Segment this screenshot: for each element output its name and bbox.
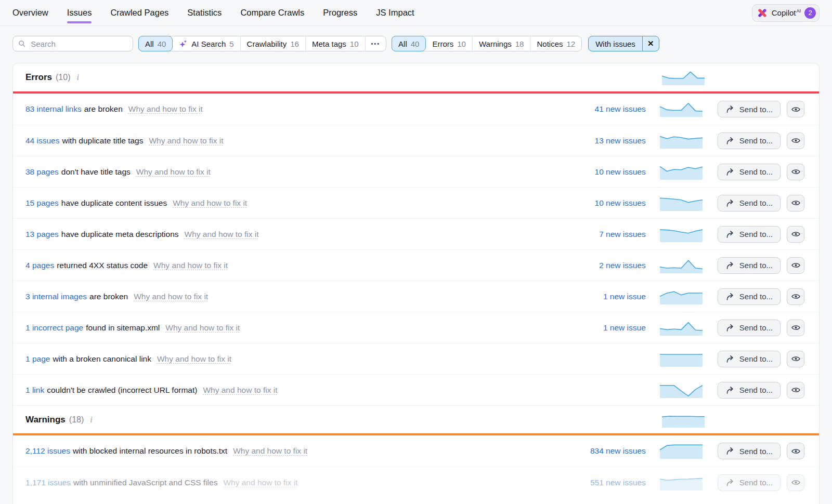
issue-count-link[interactable]: 1 incorrect page <box>25 323 83 332</box>
tab-progress[interactable]: Progress <box>323 1 357 25</box>
filter-errors[interactable]: Errors10 <box>425 36 472 51</box>
why-and-how-to-fix-link[interactable]: Why and how to fix it <box>128 104 203 113</box>
issue-row: 1 linkcouldn't be crawled (incorrect URL… <box>13 374 819 405</box>
issue-count-link[interactable]: 13 pages <box>25 230 59 238</box>
new-issues-link[interactable]: 41 new issues <box>557 104 646 114</box>
new-issues-link[interactable]: 1 new issue <box>557 292 646 301</box>
trend-sparkline <box>659 289 703 304</box>
why-and-how-to-fix-link[interactable]: Why and how to fix it <box>149 136 223 145</box>
send-to-button[interactable]: Send to... <box>718 320 781 336</box>
filter-ai-search[interactable]: AI Search5 <box>172 36 240 51</box>
send-to-button[interactable]: Send to... <box>718 474 781 491</box>
issue-description: 2,112 issueswith blocked internal resour… <box>25 446 557 456</box>
why-and-how-to-fix-link[interactable]: Why and how to fix it <box>134 292 208 301</box>
tab-statistics[interactable]: Statistics <box>187 1 222 25</box>
send-to-label: Send to... <box>739 198 773 207</box>
new-issues-link[interactable]: 10 new issues <box>557 167 646 177</box>
tab-crawled-pages[interactable]: Crawled Pages <box>110 1 168 25</box>
filter-crawlability[interactable]: Crawlability16 <box>240 36 305 51</box>
send-to-button[interactable]: Send to... <box>718 351 781 367</box>
filter-notices[interactable]: Notices12 <box>530 36 581 51</box>
remove-with-issues-filter-button[interactable]: ✕ <box>642 36 659 51</box>
new-issues-link[interactable]: 834 new issues <box>557 446 646 456</box>
info-icon[interactable]: i <box>76 73 79 82</box>
why-and-how-to-fix-link[interactable]: Why and how to fix it <box>136 167 211 176</box>
hide-issue-button[interactable] <box>787 443 804 459</box>
why-and-how-to-fix-link[interactable]: Why and how to fix it <box>185 230 259 238</box>
tab-issues[interactable]: Issues <box>67 1 92 25</box>
why-and-how-to-fix-link[interactable]: Why and how to fix it <box>203 386 277 394</box>
filter-all-categories[interactable]: All40 <box>138 36 173 51</box>
tab-compare-crawls[interactable]: Compare Crawls <box>240 1 304 25</box>
new-issues-link[interactable]: 7 new issues <box>557 230 646 239</box>
search-icon <box>18 39 25 48</box>
send-to-button[interactable]: Send to... <box>718 443 781 459</box>
info-icon[interactable]: i <box>90 415 92 425</box>
issue-count-link[interactable]: 2,112 issues <box>25 446 70 455</box>
copilot-button[interactable]: CopilotAI 2 <box>752 4 820 22</box>
tab-overview[interactable]: Overview <box>12 1 48 25</box>
why-and-how-to-fix-link[interactable]: Why and how to fix it <box>165 323 240 332</box>
new-issues-link[interactable]: 1 new issue <box>557 323 646 333</box>
issue-text: with blocked internal resources in robot… <box>73 446 227 455</box>
copilot-icon <box>757 7 768 19</box>
hide-issue-button[interactable] <box>787 351 804 367</box>
filter-meta-tags[interactable]: Meta tags10 <box>305 36 365 51</box>
why-and-how-to-fix-link[interactable]: Why and how to fix it <box>223 478 297 487</box>
eye-icon <box>791 229 801 239</box>
send-to-button[interactable]: Send to... <box>718 382 781 399</box>
why-and-how-to-fix-link[interactable]: Why and how to fix it <box>173 198 247 207</box>
new-issues-link[interactable]: 551 new issues <box>557 478 646 487</box>
with-issues-label[interactable]: With issues <box>589 36 642 51</box>
hide-issue-button[interactable] <box>787 474 804 491</box>
new-issues-link[interactable]: 13 new issues <box>557 136 646 145</box>
why-and-how-to-fix-link[interactable]: Why and how to fix it <box>157 354 231 363</box>
section-count: (10) <box>56 73 70 82</box>
eye-icon <box>791 354 801 364</box>
why-and-how-to-fix-link[interactable]: Why and how to fix it <box>233 446 307 455</box>
send-to-button[interactable]: Send to... <box>718 164 781 180</box>
hide-issue-button[interactable] <box>787 320 804 336</box>
hide-issue-button[interactable] <box>787 101 804 117</box>
tab-js-impact[interactable]: JS Impact <box>376 1 414 25</box>
filter-all-severities[interactable]: All40 <box>392 36 426 51</box>
hide-issue-button[interactable] <box>787 226 804 243</box>
hide-issue-button[interactable] <box>787 164 804 180</box>
trend-sparkline <box>659 133 703 149</box>
hide-issue-button[interactable] <box>787 257 804 274</box>
new-issues-link[interactable]: 2 new issues <box>557 261 646 270</box>
send-to-button[interactable]: Send to... <box>718 288 781 305</box>
send-arrow-icon <box>725 167 735 177</box>
issue-count-link[interactable]: 83 internal links <box>25 104 82 113</box>
issue-text: couldn't be crawled (incorrect URL forma… <box>47 386 197 394</box>
send-arrow-icon <box>725 104 735 114</box>
send-to-button[interactable]: Send to... <box>718 132 781 149</box>
more-filters-button[interactable]: ••• <box>365 36 386 51</box>
hide-issue-button[interactable] <box>787 195 804 211</box>
errors-section-header: Errors (10) i <box>13 63 819 91</box>
issue-count-link[interactable]: 1 page <box>25 354 50 363</box>
severity-filter-group: All40 Errors10 Warnings18 Notices12 <box>392 36 582 51</box>
issue-count-link[interactable]: 44 issues <box>25 136 59 145</box>
issue-count-link[interactable]: 38 pages <box>25 167 59 176</box>
send-to-button[interactable]: Send to... <box>718 195 781 211</box>
hide-issue-button[interactable] <box>787 382 804 399</box>
why-and-how-to-fix-link[interactable]: Why and how to fix it <box>153 261 228 270</box>
search-input[interactable] <box>30 39 127 49</box>
hide-issue-button[interactable] <box>787 132 804 149</box>
with-issues-chip: With issues ✕ <box>588 36 659 51</box>
send-to-button[interactable]: Send to... <box>718 226 781 243</box>
issue-row: 38 pagesdon't have title tagsWhy and how… <box>13 156 819 187</box>
issue-text: with a broken canonical link <box>53 354 151 363</box>
issue-count-link[interactable]: 3 internal images <box>25 292 87 301</box>
issue-count-link[interactable]: 1,171 issues <box>25 478 71 487</box>
issue-count-link[interactable]: 15 pages <box>25 198 59 207</box>
send-to-button[interactable]: Send to... <box>718 257 781 274</box>
eye-icon <box>791 291 801 301</box>
issue-count-link[interactable]: 4 pages <box>25 261 54 270</box>
hide-issue-button[interactable] <box>787 288 804 305</box>
send-to-button[interactable]: Send to... <box>718 101 781 117</box>
filter-warnings[interactable]: Warnings18 <box>472 36 530 51</box>
new-issues-link[interactable]: 10 new issues <box>557 198 646 208</box>
issue-count-link[interactable]: 1 link <box>25 386 44 394</box>
